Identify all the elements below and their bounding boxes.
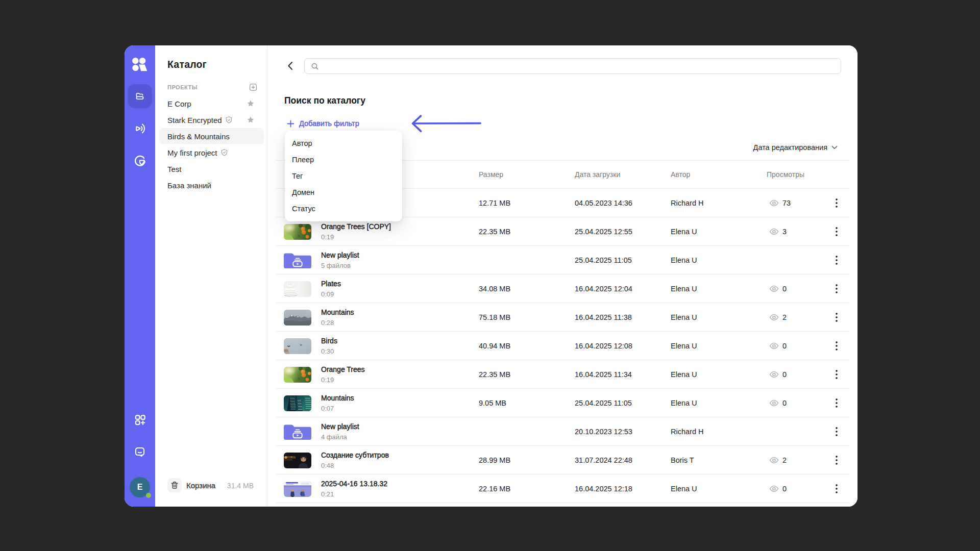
video-thumbnail: [284, 310, 311, 325]
sort-control[interactable]: Дата редактирования: [753, 142, 838, 153]
header-date: Дата загрузки: [575, 161, 620, 188]
nav-chat-button[interactable]: [128, 440, 152, 464]
search-bar[interactable]: [304, 58, 841, 74]
sort-label: Дата редактирования: [753, 143, 827, 152]
filter-option-1[interactable]: Автор: [285, 135, 402, 152]
filter-option-5[interactable]: Статус: [285, 201, 402, 217]
views-count: 3: [782, 228, 787, 236]
filter-option-2[interactable]: Плеер: [285, 152, 402, 168]
item-author: Elena U: [671, 274, 697, 303]
nav-catalog-button[interactable]: [128, 84, 152, 108]
table-row-5[interactable]: Mountains0:2875.18 MB16.04.2025 11:38Ele…: [276, 303, 849, 332]
item-author: Elena U: [671, 389, 697, 417]
sidebar-project-1[interactable]: E Corp: [159, 95, 264, 112]
sidebar-project-5[interactable]: Test: [159, 161, 264, 177]
views-count: 0: [782, 485, 787, 493]
eye-icon: [769, 199, 779, 207]
row-menu-button[interactable]: [831, 417, 842, 445]
trash-button[interactable]: [167, 478, 182, 492]
views-count: 0: [782, 399, 787, 407]
item-date: 04.05.2023 14:36: [575, 189, 632, 217]
star-icon[interactable]: [247, 116, 254, 123]
item-views-cell: 0: [769, 332, 787, 360]
table-row-7[interactable]: Orange Trees0:1922.35 MB16.04.2025 11:34…: [276, 360, 849, 389]
item-name-cell: Orange Trees [COPY]0:19: [321, 222, 391, 241]
video-thumbnail: [284, 395, 311, 411]
kebab-icon: [836, 227, 838, 236]
search-input[interactable]: [323, 62, 841, 70]
table-row-9[interactable]: New playlist4 файла20.10.2023 12:53Richa…: [276, 417, 849, 446]
project-label: E Corp: [167, 99, 191, 108]
table-row-11[interactable]: 2025-04-16 13.18.320:2122.16 MB16.04.202…: [276, 474, 849, 503]
table-row-3[interactable]: New playlist5 файлов25.04.2025 11:05Elen…: [276, 246, 849, 274]
item-author: Elena U: [671, 246, 697, 274]
trash-icon: [170, 481, 179, 489]
kebab-icon: [836, 256, 838, 265]
kebab-icon: [836, 456, 838, 465]
item-title: New playlist: [321, 422, 359, 431]
sidebar-project-4[interactable]: My first project: [159, 144, 264, 161]
filter-option-4[interactable]: Домен: [285, 184, 402, 201]
kebab-icon: [836, 484, 838, 493]
row-menu-button[interactable]: [831, 217, 842, 245]
trash-size: 31.4 MB: [227, 482, 254, 490]
item-size: 40.94 MB: [479, 332, 510, 360]
kebab-icon: [836, 341, 838, 350]
item-size: 22.35 MB: [479, 217, 510, 245]
item-author: Elena U: [671, 303, 697, 331]
eye-icon: [769, 285, 779, 292]
project-label: My first project: [167, 148, 217, 157]
item-date: 16.04.2025 11:34: [575, 360, 632, 388]
add-filter-button[interactable]: Добавить фильтр: [287, 118, 359, 129]
item-date: 16.04.2025 12:08: [575, 332, 632, 360]
item-date: 31.07.2024 22:48: [575, 446, 632, 474]
row-menu-button[interactable]: [831, 274, 842, 303]
item-size: 75.18 MB: [479, 303, 510, 331]
user-avatar[interactable]: E: [130, 477, 150, 497]
item-views-cell: 2: [769, 303, 787, 331]
filter-option-3[interactable]: Тег: [285, 168, 402, 184]
table-row-6[interactable]: Birds0:3040.94 MB16.04.2025 12:08Elena U…: [276, 332, 849, 360]
row-menu-button[interactable]: [831, 332, 842, 360]
row-menu-button[interactable]: [831, 446, 842, 474]
table-row-2[interactable]: Orange Trees [COPY]0:1922.35 MB25.04.202…: [276, 217, 849, 246]
project-label: Birds & Mountains: [167, 132, 230, 141]
item-title: New playlist: [321, 251, 359, 260]
sidebar-project-6[interactable]: База знаний: [159, 177, 264, 193]
item-author: Elena U: [671, 332, 697, 360]
row-menu-button[interactable]: [831, 246, 842, 274]
item-views-cell: 0: [769, 389, 787, 417]
item-title: Mountains: [321, 394, 354, 403]
star-icon[interactable]: [247, 100, 254, 107]
row-menu-button[interactable]: [831, 360, 842, 388]
sidebar-project-3[interactable]: Birds & Mountains: [159, 128, 264, 144]
views-count: 0: [782, 370, 787, 379]
kebab-icon: [836, 370, 838, 379]
item-size: 12.71 MB: [479, 189, 510, 217]
nav-apps-button[interactable]: [128, 408, 152, 432]
row-menu-button[interactable]: [831, 189, 842, 217]
row-menu-button[interactable]: [831, 303, 842, 331]
row-menu-button[interactable]: [831, 474, 842, 503]
item-author: Richard H: [671, 189, 703, 217]
table-row-8[interactable]: Mountains0:079.05 MB25.04.2025 11:05Elen…: [276, 389, 849, 417]
table-row-4[interactable]: Plates0:0934.08 MB16.04.2025 12:04Elena …: [276, 274, 849, 303]
item-views-cell: 0: [769, 360, 787, 388]
row-menu-button[interactable]: [831, 389, 842, 417]
annotation-arrow-left: [408, 112, 485, 135]
item-date: 25.04.2025 11:05: [575, 389, 632, 417]
playlist-folder-icon: [284, 423, 311, 440]
nav-analytics-button[interactable]: [128, 148, 152, 172]
eye-icon: [769, 342, 779, 349]
item-date: 16.04.2025 12:04: [575, 274, 632, 303]
item-author: Elena U: [671, 217, 697, 245]
nav-player-button[interactable]: [128, 116, 152, 140]
table-row-10[interactable]: Создание субтитров0:4828.99 MB31.07.2024…: [276, 446, 849, 474]
add-project-button[interactable]: [249, 83, 257, 91]
item-name-cell: Orange Trees0:19: [321, 365, 365, 384]
shield-check-icon: [221, 149, 228, 156]
item-author: Richard H: [671, 417, 703, 445]
back-button[interactable]: [284, 60, 296, 71]
app-window: E Каталог ПРОЕКТЫ E Corp Stark Encrypted…: [125, 45, 857, 507]
sidebar-project-2[interactable]: Stark Encrypted: [159, 112, 264, 128]
